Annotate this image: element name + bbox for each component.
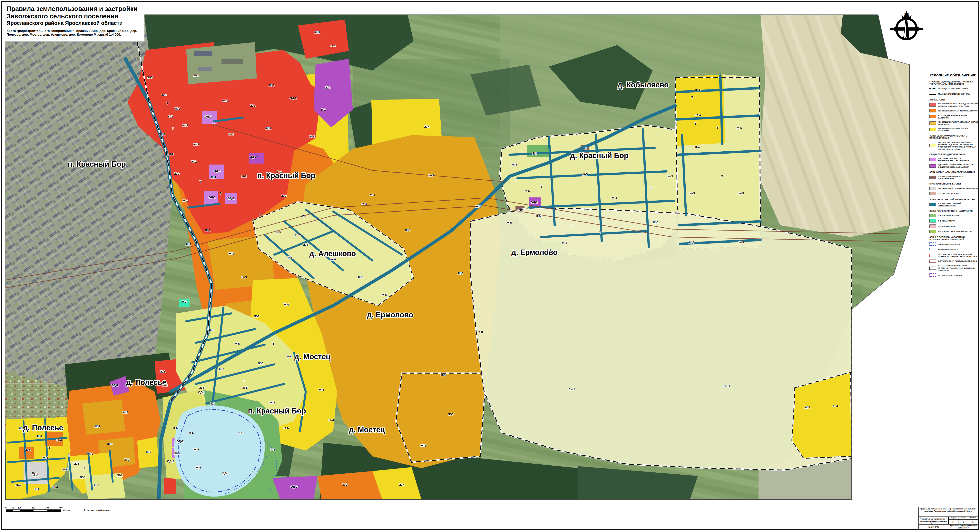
zone-code-label: Ж-1 [331,44,336,48]
zone-code-label: Ж-4 [361,202,367,206]
zone-code-label: ОД-1 [177,439,183,443]
legend-item-label: Р-2 ЗОНА СПОРТА [938,220,955,222]
zone-code-label: Р-1 [288,256,292,259]
zone-code-label: Ж-2 [241,174,247,178]
zone-code-label: Ж-4 [319,388,325,392]
legend-swatch-icon [929,176,936,179]
legend-swatch-icon [929,219,936,222]
settlement-label: п. Красный Бор [68,160,126,168]
zone-code-label: ОД-2 [290,97,297,100]
settlement-label: д. Полесье [23,424,63,432]
zoning-map-canvas[interactable]: N п. Красный Борп. Красный Борд. Кобыляе… [0,0,980,531]
sanitary-first-icon [929,254,936,257]
zone-code-label: Ж-5 [172,426,178,430]
zone-code-label: Р-1 [35,487,39,491]
legend-item-label: ПЕРВЫЙ ПОЯС ЗОНЫ САНИТАРНОЙ ОХРАНЫ ИСТОЧ… [938,253,979,258]
zone-code-label: Т [68,454,70,457]
zone-code-label: Т [199,180,201,183]
roadside-icon [929,273,936,277]
zone-code-label: Р-1 [302,214,306,218]
legend-item: ПРИДОРОЖНАЯ ПОЛОСА [929,273,979,277]
legend-swatch-icon [929,144,936,147]
zone-code-label: ОД-2 [167,460,174,463]
legend-item-label: ОД-2 ЗОНА РАЗМЕЩЕНИЯ ОБЪЕКТОВ ОБЩЕСТВЕНН… [938,163,979,168]
zone-code-label: Р-1 [532,152,537,155]
zone-code-label: Ж-2 [168,152,173,156]
legend-swatch-icon [929,128,936,131]
zone-code-label: ОД-2 [291,485,298,488]
settlement-label: д. Мостец [294,353,331,361]
legend-item-label: Р-4 ЗОНА ИСПОЛЬЗОВАНИЯ ЛЕСОВ [938,230,972,233]
legend-item: ОД-1 ЗОНА ДЕЛОВОГО И КОММЕРЧЕСКОГО НАЗНА… [929,157,979,162]
legend-item: ПЕРВЫЙ ПОЯС ЗОНЫ САНИТАРНОЙ ОХРАНЫ ИСТОЧ… [929,253,979,258]
stamp-stage-column: Стадия П [949,517,958,524]
zone-code-label: Ж-5 [188,431,194,434]
zone-code-label: Ж-1 [183,199,188,202]
zone-code-label: Ж-5 [512,163,517,166]
legend-panel: Условные обозначения: ГРАНИЦЫ ЕДИНИЦ АДМ… [929,73,979,279]
legend-item: БЕРЕГОВАЯ ПОЛОСА [929,248,979,251]
settlement-label: д. Ермолово [367,311,413,319]
scale-bar-graphic [6,509,61,512]
legend-item-label: К ЗОНА КОММУНАЛЬНОГО ОБСЛУЖИВАНИЯ [938,175,979,180]
zone-code-label: Ж-3 [183,124,188,127]
zone-code-label: Ж-5 [242,386,248,389]
zone-code-label: Ж-5 [303,243,309,246]
zone-code-label: Т [599,231,601,234]
zone-code-label: Т [571,224,573,227]
zone-code-label: П-2 [168,115,173,118]
legend-item: Р-1 ЗОНА РЕКРЕАЦИИ [929,214,979,217]
zone-code-label: Ж-5 [506,221,512,224]
zone-code-label: Ж-5 [283,426,289,430]
legend-section-title: ОБЩЕСТВЕННО-ДЕЛОВЫЕ ЗОНЫ [929,153,979,155]
legend-item: Ж-3 СМЕШАННАЯ МАЛОЭТАЖНАЯ ЖИЛАЯ ЗАСТРОЙК… [929,121,979,125]
compass-north-label: N [904,11,909,19]
zone-code-label: Ж-4 [325,86,331,89]
zone-code-label: Ж-4 [805,406,810,409]
stamp-scale: М 1:4 000 [919,525,949,529]
zone-code-label: ОД-1 [222,472,229,475]
legend-swatch-icon [929,164,936,168]
zone-code-label: Ж-1 [315,30,320,34]
legend-item-label: Ж-3 СМЕШАННАЯ МАЛОЭТАЖНАЯ ЖИЛАЯ ЗАСТРОЙК… [938,121,979,125]
zone-code-label: Т [691,95,693,99]
zone-code-label: Ж-5 [270,401,275,404]
zone-code-label: Ж-5 [689,241,694,244]
zone-code-label: Ж-2 [160,132,165,136]
zone-code-label: Ж-3 [229,252,234,255]
legend-item-label: ГРАНИЦА ТЕРРИТОРИИ ГОРОДА [938,87,969,90]
zone-code-label: Ж-5 [147,76,153,79]
zone-code-label: П-1 [32,472,37,475]
zone-code-label: Ж-3 [421,444,426,447]
legend-swatch-icon [929,103,936,106]
page-title: Правила землепользования и застройки Зав… [7,5,145,20]
zone-code-label: Р-1 [321,108,326,111]
legend-item-label: Ж-4 ИНДИВИДУАЛЬНАЯ ЖИЛАЯ ЗАСТРОЙКА [938,127,979,132]
zone-code-label: Ж-1 [266,127,271,130]
legend-section-title: ЗОНЫ СЕЛЬСКОХОЗЯЙСТВЕННОГО ИСПОЛЬЗОВАНИЯ [929,135,979,139]
zone-code-label: Ж-5 [738,241,744,244]
zone-code-label: Т [540,185,542,188]
legend-section-title: ПРОИЗВОДСТВЕННЫЕ ЗОНЫ [929,182,979,185]
zone-code-label: Ж-4 [269,84,275,87]
stamp-project-title: Правила землепользования и застройки Зав… [919,507,978,517]
zone-code-label: Ж-4 [695,88,701,92]
zone-code-label: Ж-5 [199,386,205,389]
scale-tick-label: 300 [45,507,49,509]
zone-code-label: Ж-5 [219,368,224,371]
zone-code-label: Ж-3 [477,330,483,334]
zone-code-label: Ж-3 [254,315,259,318]
stamp-sheet-column: Лист 1 [958,517,968,524]
zone-code-label: Ж-4 [833,404,838,407]
zone-code-label: Т [167,101,169,105]
zone-code-label: Ж-3 [370,193,375,197]
zone-code-label: Ж-4 [19,426,24,430]
zone-code-label: Ж-5 [331,258,336,261]
map-sheet-name: Карта градостроительного зонирования п. … [7,29,145,36]
zone-code-label: Ж-5 [582,173,588,176]
legend-item-label: ПРИДОРОЖНАЯ ПОЛОСА [938,274,962,276]
zone-code-label: Ж-5 [689,192,695,195]
city-boundary-icon [929,88,936,89]
zone-code-label: Ж-1 [229,132,234,136]
scale-tick-label: 200 [32,507,35,509]
